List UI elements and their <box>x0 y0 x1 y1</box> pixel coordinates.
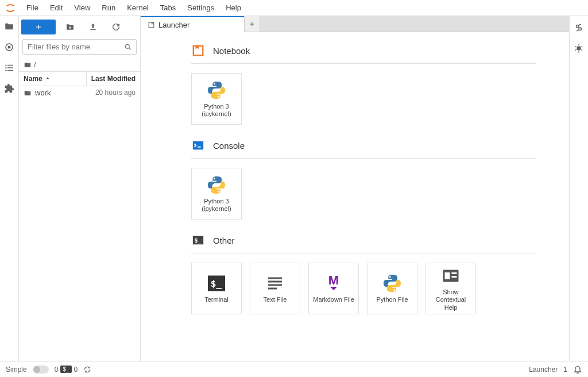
menu-tabs[interactable]: Tabs <box>154 1 181 14</box>
svg-rect-1 <box>8 46 11 49</box>
add-tab-button[interactable] <box>244 16 260 32</box>
card-notebook-python3[interactable]: Python 3 (ipykernel) <box>191 73 242 125</box>
svg-rect-5 <box>7 67 13 68</box>
simple-toggle[interactable] <box>33 366 49 374</box>
svg-point-8 <box>125 44 129 48</box>
svg-rect-11 <box>193 141 203 150</box>
refresh-button[interactable] <box>107 20 125 34</box>
file-modified: 20 hours ago <box>95 89 136 97</box>
jupyter-logo <box>5 2 16 14</box>
svg-rect-17 <box>268 281 282 283</box>
sort-asc-icon <box>45 76 51 82</box>
terminal-section-icon: $_ <box>191 233 205 247</box>
filebrowser-header: Name Last Modified <box>19 71 140 86</box>
filter-input[interactable] <box>22 39 137 55</box>
status-count: 1 <box>563 366 567 374</box>
folder-icon[interactable] <box>3 21 15 32</box>
menu-edit[interactable]: Edit <box>44 1 68 14</box>
card-label: Terminal <box>204 296 229 303</box>
file-name: work <box>35 89 51 97</box>
card-pythonfile[interactable]: Python File <box>367 263 417 314</box>
svg-text:$_: $_ <box>195 237 202 244</box>
kernel-status[interactable]: 0 $_ 0 <box>55 366 78 374</box>
menu-settings[interactable]: Settings <box>181 1 220 14</box>
property-inspector-icon[interactable] <box>573 22 585 33</box>
console-section-icon <box>191 139 205 152</box>
tab-label: Launcher <box>158 21 189 29</box>
card-label: Text File <box>264 296 287 303</box>
running-icon[interactable] <box>3 41 15 53</box>
svg-rect-19 <box>268 288 277 290</box>
toc-icon[interactable] <box>3 62 15 74</box>
status-bar: Simple 0 $_ 0 Launcher 1 <box>0 361 588 377</box>
svg-rect-16 <box>268 278 282 279</box>
terminal-icon: $_ <box>206 273 227 294</box>
header-modified[interactable]: Last Modified <box>87 72 140 86</box>
main-content: Launcher Notebook <box>141 16 569 361</box>
help-icon <box>440 266 461 286</box>
card-markdown[interactable]: M Markdown File <box>308 263 359 314</box>
filebrowser-toolbar <box>19 16 140 38</box>
extensions-icon[interactable] <box>3 83 15 94</box>
svg-rect-24 <box>452 276 457 278</box>
card-label: Show Contextual Help <box>428 288 473 311</box>
header-name[interactable]: Name <box>19 72 87 86</box>
svg-rect-3 <box>7 65 13 66</box>
svg-rect-6 <box>5 70 6 71</box>
svg-rect-23 <box>452 272 457 274</box>
menu-file[interactable]: File <box>21 1 44 14</box>
new-launcher-button[interactable] <box>21 20 56 34</box>
breadcrumb[interactable]: / <box>19 58 140 71</box>
card-console-python3[interactable]: Python 3 (ipykernel) <box>191 168 242 220</box>
svg-rect-22 <box>445 272 450 279</box>
card-label: Python 3 (ipykernel) <box>194 103 239 118</box>
python-icon <box>206 175 227 195</box>
section-title: Console <box>213 141 245 151</box>
launcher-panel: Notebook Python 3 (ipykernel) <box>141 32 569 361</box>
status-launcher-label: Launcher <box>529 366 558 374</box>
new-folder-button[interactable] <box>61 20 79 34</box>
right-sidebar <box>569 16 588 361</box>
section-title: Other <box>213 236 235 245</box>
terminal-count: 0 <box>74 366 78 374</box>
file-browser: / Name Last Modified work 20 hours ago <box>19 16 141 361</box>
python-icon <box>382 273 403 294</box>
header-name-label: Name <box>24 75 42 83</box>
launcher-tab-icon <box>148 21 155 29</box>
tab-launcher[interactable]: Launcher <box>141 16 244 32</box>
svg-text:$_: $_ <box>211 278 222 289</box>
card-label: Python File <box>376 296 408 303</box>
svg-rect-2 <box>5 65 6 66</box>
card-contextual-help[interactable]: Show Contextual Help <box>425 263 476 314</box>
menu-help[interactable]: Help <box>220 1 247 14</box>
svg-rect-4 <box>5 67 6 68</box>
section-notebook: Notebook Python 3 (ipykernel) <box>191 44 536 125</box>
terminal-status-icon: $_ <box>60 366 71 373</box>
card-label: Markdown File <box>313 296 354 303</box>
section-title: Notebook <box>213 46 250 56</box>
section-console: Console Python 3 (ipykernel) <box>191 139 536 220</box>
list-item[interactable]: work 20 hours ago <box>19 86 140 99</box>
menu-kernel[interactable]: Kernel <box>121 1 154 14</box>
markdown-icon: M <box>323 273 344 294</box>
svg-point-27 <box>577 46 581 51</box>
svg-rect-7 <box>7 70 13 71</box>
simple-label: Simple <box>6 366 27 374</box>
sync-icon[interactable] <box>83 366 91 374</box>
card-textfile[interactable]: Text File <box>250 263 300 314</box>
svg-text:M: M <box>328 273 339 287</box>
menu-bar: File Edit View Run Kernel Tabs Settings … <box>0 0 588 16</box>
bell-icon[interactable] <box>573 365 582 374</box>
upload-button[interactable] <box>84 20 102 34</box>
debugger-icon[interactable] <box>573 43 585 54</box>
card-terminal[interactable]: $_ Terminal <box>191 263 242 314</box>
filter-container <box>22 39 137 55</box>
search-icon <box>124 43 132 51</box>
breadcrumb-root: / <box>34 60 36 69</box>
python-icon <box>206 80 227 101</box>
activity-bar <box>0 16 19 361</box>
menu-view[interactable]: View <box>68 1 96 14</box>
running-count: 0 <box>55 366 59 374</box>
textfile-icon <box>265 273 285 294</box>
menu-run[interactable]: Run <box>96 1 121 14</box>
